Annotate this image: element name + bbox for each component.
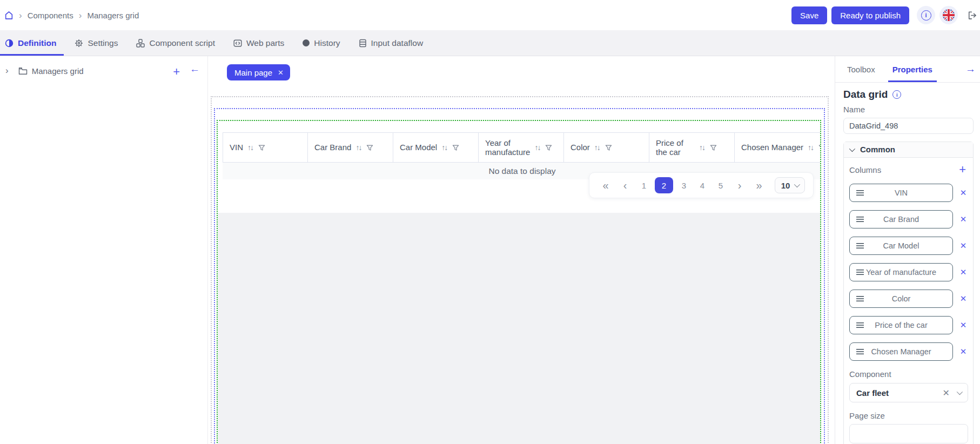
datagrid-component-outline[interactable]: VIN ↑↓ Car Brand ↑↓ [217, 120, 821, 444]
columns-label: Columns [849, 165, 881, 174]
page-size-value: 10 [781, 181, 790, 190]
drag-handle-icon[interactable] [856, 243, 864, 249]
column-pill[interactable]: Year of manufacture [849, 263, 953, 281]
page-size-select[interactable]: 10 [775, 177, 805, 193]
drag-handle-icon[interactable] [856, 322, 864, 328]
page-button-2-active[interactable]: 2 [655, 177, 673, 193]
column-pill-label: VIN [895, 189, 908, 197]
column-pill[interactable]: Car Model [849, 237, 953, 255]
language-button[interactable] [939, 6, 958, 24]
common-section-header[interactable]: Common [844, 142, 973, 158]
logout-button[interactable] [968, 11, 978, 20]
drag-handle-icon[interactable] [856, 190, 864, 196]
column-pill[interactable]: VIN [849, 184, 953, 202]
component-select[interactable]: Car fleet ✕ [849, 383, 968, 402]
page-size-input[interactable] [849, 424, 968, 443]
tree-expand-icon[interactable]: › [5, 65, 9, 76]
page-button-1[interactable]: 1 [636, 177, 652, 193]
first-page-icon[interactable]: « [598, 180, 614, 191]
drag-handle-icon[interactable] [856, 349, 864, 355]
drag-handle-icon[interactable] [856, 296, 864, 302]
remove-column-icon[interactable]: ✕ [958, 294, 968, 304]
breadcrumb: › Components › Managers grid [4, 11, 139, 20]
filter-icon[interactable] [258, 144, 265, 151]
column-pill[interactable]: Color [849, 290, 953, 308]
filter-icon[interactable] [710, 144, 717, 151]
tab-settings[interactable]: Settings [75, 30, 118, 56]
no-data-text: No data to display [488, 166, 555, 176]
sort-icon[interactable]: ↑↓ [355, 143, 362, 152]
column-pill[interactable]: Car Brand [849, 210, 953, 228]
pagination: « ‹ 1 2 3 4 5 › » 10 [589, 172, 814, 198]
clear-icon[interactable]: ✕ [943, 388, 950, 398]
data-grid-widget[interactable]: VIN ↑↓ Car Brand ↑↓ [218, 121, 820, 213]
pages-tree-panel: › Managers grid + ← [0, 56, 208, 444]
last-page-icon[interactable]: » [751, 180, 767, 191]
sort-icon[interactable]: ↑↓ [594, 143, 601, 152]
home-icon[interactable] [4, 11, 14, 20]
previous-page-icon[interactable]: ‹ [617, 180, 633, 191]
sort-icon[interactable]: ↑↓ [441, 143, 448, 152]
column-header-label: Year of manufacture [485, 138, 530, 157]
filter-icon[interactable] [545, 144, 552, 151]
tree-item-managers-grid[interactable]: Managers grid [32, 66, 84, 76]
column-pill[interactable]: Price of the car [849, 316, 953, 334]
column-pill[interactable]: Chosen Manager [849, 342, 953, 361]
tab-input-dataflow[interactable]: Input dataflow [359, 30, 424, 56]
sort-icon[interactable]: ↑↓ [534, 143, 541, 152]
filter-icon[interactable] [605, 144, 612, 151]
chevron-right-icon: › [79, 11, 82, 20]
filter-icon[interactable] [452, 144, 459, 151]
main-page-chip[interactable]: Main page ✕ [227, 64, 290, 80]
logout-icon [968, 11, 978, 20]
remove-column-icon[interactable]: ✕ [958, 188, 968, 198]
drag-handle-icon[interactable] [856, 217, 864, 223]
info-icon: i [921, 10, 931, 21]
save-button[interactable]: Save [791, 6, 827, 24]
tree-row: › Managers grid + ← [5, 64, 200, 78]
column-header-label: Price of the car [656, 138, 695, 157]
tab-history[interactable]: History [303, 30, 340, 56]
ready-to-publish-button[interactable]: Ready to publish [831, 6, 909, 24]
remove-column-icon[interactable]: ✕ [958, 267, 968, 277]
remove-column-icon[interactable]: ✕ [958, 347, 968, 356]
tab-definition[interactable]: Definition [5, 30, 56, 56]
tab-toolbox[interactable]: Toolbox [846, 56, 876, 82]
page-button-3[interactable]: 3 [676, 177, 692, 193]
grid-header-cell: Price of the car ↑↓ [649, 133, 735, 162]
tab-properties[interactable]: Properties [891, 56, 934, 82]
remove-column-icon[interactable]: ✕ [958, 214, 968, 224]
remove-column-icon[interactable]: ✕ [958, 241, 968, 251]
filter-icon[interactable] [818, 144, 820, 151]
common-section-title: Common [860, 145, 895, 154]
remove-column-icon[interactable]: ✕ [958, 320, 968, 330]
tab-component-script[interactable]: Component script [136, 30, 214, 56]
sort-icon[interactable]: ↑↓ [247, 143, 254, 152]
design-canvas: Main page ✕ VIN ↑↓ [208, 56, 835, 444]
column-pill-label: Chosen Manager [871, 347, 931, 356]
drag-handle-icon[interactable] [856, 270, 864, 275]
sort-icon[interactable]: ↑↓ [699, 143, 706, 152]
main-page-chip-label: Main page [234, 68, 272, 77]
tab-web-parts[interactable]: Web parts [233, 30, 284, 56]
filter-icon[interactable] [366, 144, 373, 151]
column-pill-label: Year of manufacture [866, 268, 936, 277]
info-button[interactable]: i [917, 6, 935, 24]
page-button-4[interactable]: 4 [695, 177, 710, 193]
page-button-5[interactable]: 5 [713, 177, 728, 193]
sort-icon[interactable]: ↑↓ [808, 143, 814, 152]
collapse-right-panel-icon[interactable]: → [965, 63, 976, 75]
column-item: Price of the car ✕ [849, 316, 968, 334]
info-icon[interactable]: i [892, 90, 901, 99]
next-page-icon[interactable]: › [731, 180, 748, 191]
grid-header-cell: Car Model ↑↓ [393, 133, 479, 162]
component-label: Component [849, 369, 968, 379]
close-icon[interactable]: ✕ [278, 69, 284, 77]
web-parts-icon [233, 39, 242, 48]
breadcrumb-components[interactable]: Components [28, 11, 73, 20]
tab-label: Component script [149, 38, 214, 48]
add-column-icon[interactable]: + [959, 164, 968, 176]
name-input[interactable] [843, 118, 974, 134]
collapse-panel-icon[interactable]: ← [190, 64, 200, 74]
add-page-icon[interactable]: + [173, 66, 180, 78]
